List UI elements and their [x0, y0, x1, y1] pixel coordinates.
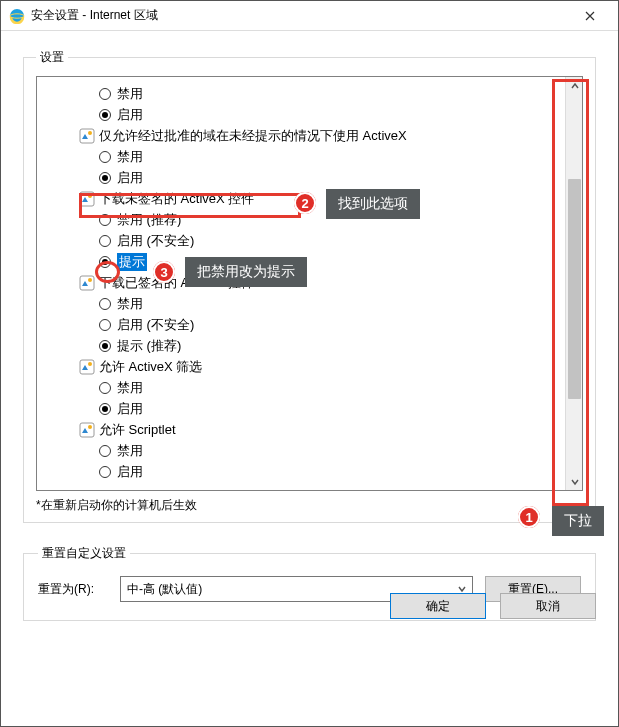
scroll-up-button[interactable]: [566, 77, 583, 94]
tree-header-label: 仅允许经过批准的域在未经提示的情况下使用 ActiveX: [99, 127, 407, 145]
tree-option-label: 启用: [117, 169, 143, 187]
tree-header-label: 允许 Scriptlet: [99, 421, 176, 439]
tree-option-label: 禁用: [117, 295, 143, 313]
svg-rect-4: [80, 192, 94, 206]
tree-option[interactable]: 禁用: [41, 293, 561, 314]
tree-option-label: 禁用: [117, 442, 143, 460]
activex-icon: [79, 422, 95, 438]
radio-icon: [99, 256, 111, 268]
tree-option-label: 启用 (不安全): [117, 232, 194, 250]
tree-option-label: 启用: [117, 106, 143, 124]
tree-option-label: 禁用: [117, 148, 143, 166]
restart-footnote: *在重新启动你的计算机后生效: [36, 497, 583, 514]
tree-header: 允许 ActiveX 筛选: [41, 356, 561, 377]
tree-option[interactable]: 禁用 (推荐): [41, 209, 561, 230]
svg-rect-6: [80, 276, 94, 290]
ie-icon: [9, 8, 25, 24]
svg-rect-2: [80, 129, 94, 143]
tree-header-label: 下载未签名的 ActiveX 控件: [99, 190, 254, 208]
tree-option[interactable]: 启用 (不安全): [41, 314, 561, 335]
svg-point-7: [88, 278, 92, 282]
svg-rect-10: [80, 423, 94, 437]
settings-legend: 设置: [36, 49, 68, 66]
radio-icon: [99, 235, 111, 247]
scrollbar[interactable]: [565, 77, 582, 490]
svg-point-9: [88, 362, 92, 366]
tree-header: 下载未签名的 ActiveX 控件: [41, 188, 561, 209]
tree-header-label: 允许 ActiveX 筛选: [99, 358, 202, 376]
window-title: 安全设置 - Internet 区域: [31, 7, 158, 24]
tree-option[interactable]: 提示 (推荐): [41, 335, 561, 356]
svg-point-5: [88, 194, 92, 198]
tree-header: 允许 Scriptlet: [41, 419, 561, 440]
radio-icon: [99, 340, 111, 352]
tree-option-label: 提示 (推荐): [117, 337, 181, 355]
tree-option-label: 启用: [117, 463, 143, 481]
tree-option[interactable]: 启用: [41, 167, 561, 188]
tree-option-label: 启用 (不安全): [117, 316, 194, 334]
radio-icon: [99, 109, 111, 121]
activex-icon: [79, 191, 95, 207]
chevron-down-icon: [571, 478, 579, 486]
reset-legend: 重置自定义设置: [38, 545, 130, 562]
tree-option[interactable]: 提示: [41, 251, 561, 272]
radio-icon: [99, 298, 111, 310]
radio-icon: [99, 172, 111, 184]
tree-option[interactable]: 启用: [41, 398, 561, 419]
tree-option[interactable]: 启用 (不安全): [41, 230, 561, 251]
svg-rect-8: [80, 360, 94, 374]
radio-icon: [99, 88, 111, 100]
radio-icon: [99, 403, 111, 415]
radio-icon: [99, 151, 111, 163]
scroll-thumb[interactable]: [568, 179, 581, 399]
reset-to-label: 重置为(R):: [38, 581, 108, 598]
activex-icon: [79, 275, 95, 291]
radio-icon: [99, 214, 111, 226]
tree-option-label: 启用: [117, 400, 143, 418]
tree-option[interactable]: 启用: [41, 104, 561, 125]
activex-icon: [79, 128, 95, 144]
tree-option[interactable]: 启用: [41, 461, 561, 482]
tree-option-label: 禁用: [117, 379, 143, 397]
scroll-down-button[interactable]: [566, 473, 583, 490]
reset-level-value: 中-高 (默认值): [127, 581, 202, 598]
svg-point-11: [88, 425, 92, 429]
close-icon: [585, 11, 595, 21]
tree-header: 仅允许经过批准的域在未经提示的情况下使用 ActiveX: [41, 125, 561, 146]
radio-icon: [99, 319, 111, 331]
tree-option[interactable]: 禁用: [41, 146, 561, 167]
settings-groupbox: 设置 禁用启用仅允许经过批准的域在未经提示的情况下使用 ActiveX禁用启用下…: [23, 49, 596, 523]
tree-option[interactable]: 禁用: [41, 83, 561, 104]
tree-header-label: 下载已签名的 ActiveX 控件: [99, 274, 254, 292]
svg-point-3: [88, 131, 92, 135]
ok-button[interactable]: 确定: [390, 593, 486, 619]
tree-option-label: 禁用 (推荐): [117, 211, 181, 229]
dialog-body: 设置 禁用启用仅允许经过批准的域在未经提示的情况下使用 ActiveX禁用启用下…: [1, 31, 618, 635]
tree-option-label: 禁用: [117, 85, 143, 103]
tree-option[interactable]: 禁用: [41, 377, 561, 398]
close-button[interactable]: [570, 2, 610, 30]
chevron-up-icon: [571, 82, 579, 90]
settings-tree: 禁用启用仅允许经过批准的域在未经提示的情况下使用 ActiveX禁用启用下载未签…: [36, 76, 583, 491]
title-bar: 安全设置 - Internet 区域: [1, 1, 618, 31]
settings-tree-inner[interactable]: 禁用启用仅允许经过批准的域在未经提示的情况下使用 ActiveX禁用启用下载未签…: [37, 77, 565, 490]
dialog-window: 安全设置 - Internet 区域 设置 禁用启用仅允许经过批准的域在未经提示…: [0, 0, 619, 727]
activex-icon: [79, 359, 95, 375]
tree-header: 下载已签名的 ActiveX 控件: [41, 272, 561, 293]
tree-option[interactable]: 禁用: [41, 440, 561, 461]
radio-icon: [99, 382, 111, 394]
cancel-button[interactable]: 取消: [500, 593, 596, 619]
radio-icon: [99, 445, 111, 457]
radio-icon: [99, 466, 111, 478]
tree-option-label: 提示: [117, 253, 147, 271]
dialog-buttons: 确定 取消: [390, 593, 596, 619]
